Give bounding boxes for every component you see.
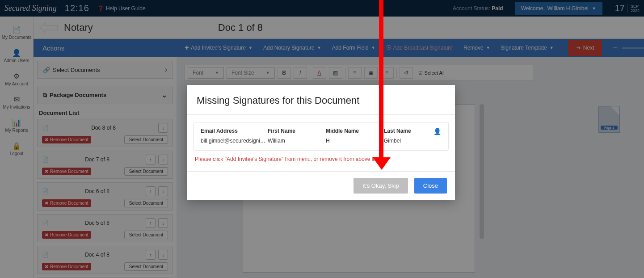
col-email: Email Address [201, 128, 268, 135]
cell-first-name: William [268, 138, 326, 144]
skip-button[interactable]: It's Okay, Skip [354, 178, 408, 194]
modal-instruction: Please click "Add Invitee's Signature" f… [193, 151, 449, 168]
col-middle-name: Middle Name [326, 128, 384, 135]
person-icon: 👤 [429, 128, 441, 135]
cell-last-name: Gimbel [384, 138, 429, 144]
cell-middle-name: H [326, 138, 384, 144]
cell-email: bill.gimbel@securedsigning.com [201, 138, 268, 144]
col-last-name: Last Name [384, 128, 429, 135]
modal-title: Missing Signatures for this Document [187, 85, 455, 115]
signatures-table: Email Address First Name Middle Name Las… [193, 122, 449, 151]
close-button[interactable]: Close [414, 178, 447, 194]
missing-signatures-modal: Missing Signatures for this Document Ema… [187, 85, 455, 200]
col-first-name: First Name [268, 128, 326, 135]
